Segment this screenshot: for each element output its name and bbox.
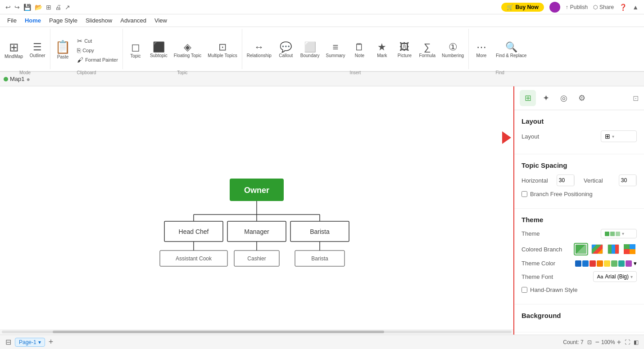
menu-advanced[interactable]: Advanced	[117, 16, 150, 25]
horizontal-input-group: ▲ ▼	[557, 174, 575, 186]
outliner-button[interactable]: ☰ Outliner	[27, 31, 48, 70]
zoom-out-button[interactable]: −	[595, 338, 599, 346]
theme-font-select[interactable]: Aa Arial (Big) ▾	[593, 271, 637, 282]
menu-home[interactable]: Home	[21, 16, 45, 25]
picture-button[interactable]: 🖼 Picture	[394, 31, 415, 70]
picture-label: Picture	[398, 53, 412, 58]
page-1-tab[interactable]: Page-1 ▾	[15, 338, 45, 347]
panel-tab-location[interactable]: ◎	[556, 90, 572, 106]
note-button[interactable]: 🗒 Note	[349, 31, 370, 70]
topic-button[interactable]: ◻ Topic	[125, 31, 146, 70]
panel-close-button[interactable]: ⊡	[633, 94, 639, 103]
hand-drawn-checkbox[interactable]	[522, 287, 527, 293]
scroll-track	[2, 331, 512, 333]
fullscreen-icon[interactable]: ⛶	[625, 339, 630, 345]
copy-label: Copy	[82, 48, 94, 53]
mindmap-button[interactable]: ⊞ MindMap	[2, 31, 26, 70]
multiple-topics-icon: ⊡	[218, 42, 227, 52]
share-button[interactable]: ⬡ Share	[593, 4, 614, 10]
theme-color-row: Theme Color ▾	[522, 260, 637, 267]
buy-now-button[interactable]: 🛒 Buy Now	[501, 3, 544, 12]
sidebar-toggle-icon[interactable]: ⊟	[5, 338, 11, 346]
menu-slideshow[interactable]: Slideshow	[82, 16, 116, 25]
fit-icon[interactable]: ⊡	[587, 339, 592, 345]
canvas-scrollbar[interactable]	[0, 329, 513, 335]
tab-status-dot	[4, 77, 8, 81]
vertical-spinners: ▲ ▼	[635, 175, 637, 186]
numbering-button[interactable]: ① Numbering	[439, 31, 467, 70]
menu-view[interactable]: View	[151, 16, 171, 25]
open-btn[interactable]: 📂	[35, 4, 42, 11]
undo-btn[interactable]: ↩	[5, 4, 11, 11]
panel-tab-settings[interactable]: ⚙	[574, 90, 590, 106]
horizontal-spinners: ▲ ▼	[573, 175, 575, 186]
horizontal-down-btn[interactable]: ▼	[573, 180, 575, 186]
color-swatch-orange	[597, 260, 603, 267]
find-replace-label: Find & Replace	[496, 53, 526, 58]
summary-button[interactable]: ≡ Summary	[323, 31, 348, 70]
formula-button[interactable]: ∑ Formula	[416, 31, 438, 70]
panel-tab-layout[interactable]: ⊞	[520, 90, 536, 106]
format-painter-label: Format Painter	[85, 57, 118, 63]
boundary-button[interactable]: ⬜ Boundary	[298, 31, 322, 70]
menu-file[interactable]: File	[4, 16, 20, 25]
menu-page-style[interactable]: Page Style	[45, 16, 81, 25]
topic-spacing-title: Topic Spacing	[522, 161, 637, 169]
tab-close-icon[interactable]: ●	[27, 76, 30, 83]
redo-btn[interactable]: ↪	[14, 4, 20, 11]
multiple-topics-button[interactable]: ⊡ Multiple Topics	[205, 31, 240, 70]
boundary-icon: ⬜	[304, 42, 316, 52]
publish-button[interactable]: ↑ Publish	[566, 4, 588, 10]
export-btn[interactable]: ↗	[65, 4, 70, 11]
panel-tab-sparkle[interactable]: ✦	[538, 90, 554, 106]
theme-color-control[interactable]: ▾	[575, 260, 637, 267]
buy-now-label: Buy Now	[515, 4, 538, 10]
help-icon[interactable]: ❓	[619, 4, 627, 11]
branch-free-checkbox[interactable]	[522, 191, 527, 197]
branch-option-3[interactable]	[606, 243, 621, 255]
print-btn[interactable]: 🖨	[55, 4, 61, 11]
cut-button[interactable]: ✂ Cut	[74, 36, 121, 45]
branch-option-4[interactable]	[622, 243, 637, 255]
background-section: Background	[514, 304, 644, 332]
note-label: Note	[355, 53, 364, 58]
format-painter-button[interactable]: 🖌 Format Painter	[74, 55, 121, 64]
paste-button[interactable]: 📋 Paste	[52, 31, 73, 70]
user-avatar[interactable]	[549, 2, 560, 13]
zoom-level: 100%	[601, 339, 615, 345]
vertical-up-btn[interactable]: ▲	[635, 175, 637, 180]
theme-select[interactable]: ▾	[601, 229, 637, 238]
branch-option-1[interactable]	[574, 243, 588, 255]
panel-toggle-icon[interactable]: ◧	[634, 339, 639, 345]
vertical-down-btn[interactable]: ▼	[635, 180, 637, 186]
horizontal-input[interactable]	[557, 176, 573, 185]
mark-button[interactable]: ★ Mark	[371, 31, 393, 70]
save-btn[interactable]: 💾	[23, 4, 31, 11]
zoom-in-button[interactable]: +	[617, 338, 621, 346]
subtopic-button[interactable]: ⬛ Subtopic	[147, 31, 170, 70]
horizontal-up-btn[interactable]: ▲	[573, 175, 575, 180]
callout-button[interactable]: 💬 Callout	[275, 31, 297, 70]
mark-label: Mark	[377, 53, 387, 58]
add-page-button[interactable]: +	[49, 337, 54, 347]
relationship-button[interactable]: ↔ Relationship	[244, 31, 274, 70]
more-button[interactable]: ⋯ More	[471, 31, 492, 70]
find-group-label: Find	[471, 70, 529, 76]
find-replace-button[interactable]: 🔍 Find & Replace	[493, 31, 529, 70]
floating-topic-button[interactable]: ◈ Floating Topic	[171, 31, 204, 70]
collapse-icon[interactable]: ▲	[632, 4, 639, 11]
barista-label: Barista	[310, 228, 330, 235]
theme-label: Theme	[522, 230, 540, 237]
vertical-input[interactable]	[619, 176, 635, 185]
headchef-label: Head Chef	[179, 228, 209, 235]
theme-font-aa-icon: Aa	[597, 274, 603, 279]
floating-topic-label: Floating Topic	[174, 53, 202, 58]
layout-select[interactable]: ⊞ ▾	[601, 130, 637, 142]
branch-option-2[interactable]	[590, 243, 604, 255]
numbering-label: Numbering	[442, 53, 464, 58]
status-right: Count: 7 ⊡ − 100% + ⛶ ◧	[563, 338, 639, 346]
copy-button[interactable]: ⎘ Copy	[74, 46, 121, 55]
scroll-thumb[interactable]	[53, 331, 384, 333]
canvas-area[interactable]: Owner Head Chef Manager Barista Assistan…	[0, 86, 513, 335]
template-btn[interactable]: ⊞	[46, 4, 51, 11]
